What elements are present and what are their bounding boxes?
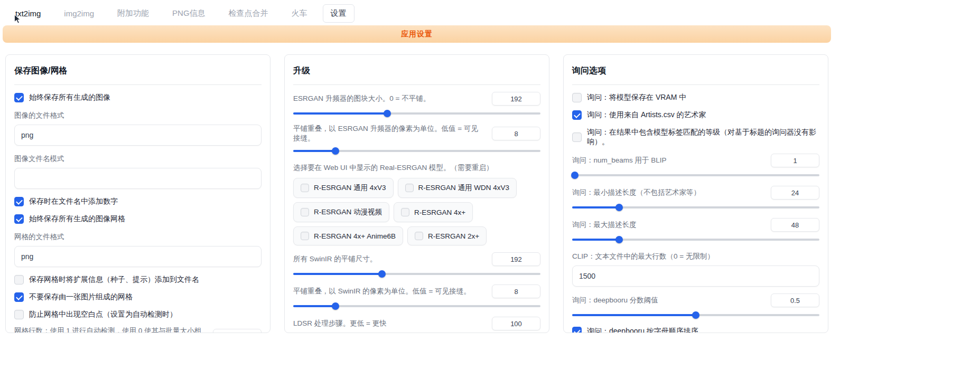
r-esrgan-2x-plus-label: R-ESRGAN 2x+ [428, 232, 479, 240]
swinir-tile-size-value[interactable]: 192 [492, 252, 540, 266]
prevent-grid-empty-spots-checkbox[interactable]: 防止网格中出现空白点（设置为自动检测时） [14, 310, 262, 319]
checkbox-checked-icon[interactable] [14, 93, 24, 102]
slider-fill [293, 273, 382, 275]
ldsr-steps-label: LDSR 处理步骤。更低 = 更快 [293, 319, 484, 328]
slider-handle[interactable] [571, 172, 578, 179]
esrgan-tile-overlap-value[interactable]: 8 [492, 127, 540, 140]
interrogate-num-beams-blip-slider[interactable] [572, 172, 819, 179]
realesrgan-models-label: 选择要在 Web UI 中显示的 Real-ESRGAN 模型。（需要重启） [293, 163, 540, 173]
r-esrgan-anime-video-checkbox[interactable]: R-ESRGAN 动漫视频 [293, 202, 389, 222]
swinir-tile-overlap-label: 平铺重叠，以 SwinIR 的像素为单位。低值 = 可见接缝。 [293, 287, 484, 296]
checkbox-checked-icon[interactable] [572, 110, 582, 120]
tab-train[interactable]: 火车 [284, 4, 315, 23]
prevent-grid-empty-spots-label: 防止网格中出现空白点（设置为自动检测时） [29, 310, 177, 319]
interrogate-include-ranks-label: 询问：在结果中包含模型标签匹配的等级（对基于标题的询问器没有影响）。 [587, 128, 819, 147]
slider-handle[interactable] [615, 236, 623, 243]
swinir-tile-overlap-value[interactable]: 8 [492, 284, 540, 298]
r-esrgan-2x-plus-checkbox[interactable]: R-ESRGAN 2x+ [407, 226, 487, 245]
realesrgan-models-group: R-ESRGAN 通用 4xV3R-ESRGAN 通用 WDN 4xV3R-ES… [293, 178, 540, 245]
checkbox-checked-icon[interactable] [14, 214, 24, 224]
interrogate-include-ranks-checkbox[interactable]: 询问：在结果中包含模型标签匹配的等级（对基于标题的询问器没有影响）。 [572, 128, 819, 147]
r-esrgan-4x-plus-checkbox[interactable]: R-ESRGAN 4x+ [394, 202, 473, 222]
swinir-tile-overlap-row: 平铺重叠，以 SwinIR 的像素为单位。低值 = 可见接缝。8 [293, 284, 540, 298]
deepbooru-score-threshold-row: 询问：deepbooru 分数阈值0.5 [572, 293, 819, 307]
deepbooru-score-threshold-value[interactable]: 0.5 [771, 293, 819, 307]
r-esrgan-general-4xv3-checkbox[interactable]: R-ESRGAN 通用 4xV3 [293, 178, 394, 198]
slider-track [572, 174, 819, 176]
no-single-image-grid-label: 不要保存由一张图片组成的网格 [29, 292, 133, 302]
slider-handle[interactable] [692, 311, 699, 319]
settings-panels: 保存图像/网格始终保存所有生成的图像图像的文件格式图像文件名模式保存时在文件名中… [0, 43, 834, 333]
interrogate-keep-models-in-vram-checkbox[interactable]: 询问：将模型保存在 VRAM 中 [572, 93, 819, 102]
clip-max-lines-input[interactable] [572, 265, 819, 287]
interrogate-num-beams-blip-row: 询问：num_beams 用于 BLIP1 [572, 154, 819, 167]
r-esrgan-general-wdn-4xv3-checkbox[interactable]: R-ESRGAN 通用 WDN 4xV3 [398, 178, 517, 198]
interrogate-num-beams-blip-value[interactable]: 1 [771, 154, 819, 167]
slider-fill [572, 239, 619, 241]
swinir-tile-size-slider[interactable] [293, 270, 540, 278]
slider-fill [572, 314, 696, 316]
interrogate-min-description-length-value[interactable]: 24 [771, 186, 819, 200]
interrogate-use-artists-csv-checkbox[interactable]: 询问：使用来自 Artists.csv 的艺术家 [572, 110, 819, 120]
grid-extended-info-filename-checkbox[interactable]: 保存网格时将扩展信息（种子、提示）添加到文件名 [14, 275, 262, 284]
checkbox-unchecked-icon[interactable] [14, 310, 24, 319]
no-single-image-grid-checkbox[interactable]: 不要保存由一张图片组成的网格 [14, 292, 262, 302]
panel-title-upscaling: 升级 [293, 62, 540, 85]
r-esrgan-general-wdn-4xv3-label: R-ESRGAN 通用 WDN 4xV3 [418, 183, 510, 193]
swinir-tile-overlap-slider[interactable] [293, 302, 540, 310]
save-all-generated-images-checkbox[interactable]: 始终保存所有生成的图像 [14, 93, 262, 102]
checkbox-unchecked-icon[interactable] [301, 184, 309, 192]
panel-upscaling: 升级ESRGAN 升频器的图块大小。0 = 不平铺。192平铺重叠，以 ESRG… [284, 54, 549, 333]
mouse-cursor-icon [14, 14, 21, 24]
add-number-to-filename-checkbox[interactable]: 保存时在文件名中添加数字 [14, 197, 262, 206]
image-file-format-input[interactable] [14, 125, 262, 146]
deepbooru-sort-alphabetically-label: 询问：deepbooru 按字母顺序排序 [587, 327, 698, 333]
checkbox-unchecked-icon[interactable] [401, 208, 409, 216]
slider-fill [293, 112, 387, 115]
esrgan-tile-overlap-slider[interactable] [293, 147, 540, 155]
interrogate-min-description-length-slider[interactable] [572, 204, 819, 211]
interrogate-max-description-length-value[interactable]: 48 [771, 218, 819, 232]
slider-handle[interactable] [378, 270, 386, 278]
checkbox-checked-icon[interactable] [14, 292, 24, 302]
esrgan-tile-size-label: ESRGAN 升频器的图块大小。0 = 不平铺。 [293, 94, 484, 103]
tab-checkpoint-merger[interactable]: 检查点合并 [221, 4, 276, 23]
esrgan-tile-size-slider[interactable] [293, 110, 540, 117]
interrogate-max-description-length-row: 询问：最大描述长度48 [572, 218, 819, 232]
panel-interrogate-options: 询问选项询问：将模型保存在 VRAM 中询问：使用来自 Artists.csv … [563, 54, 828, 333]
grid-row-count-value[interactable]: -1 [213, 329, 262, 333]
tab-png-info[interactable]: PNG信息 [164, 4, 213, 23]
image-filename-pattern-input[interactable] [14, 168, 262, 189]
slider-handle[interactable] [332, 147, 339, 155]
checkbox-unchecked-icon[interactable] [301, 208, 309, 216]
grid-file-format-input[interactable] [14, 246, 262, 267]
image-file-format-label: 图像的文件格式 [14, 111, 262, 120]
interrogate-min-description-length-label: 询问：最小描述长度（不包括艺术家等） [572, 188, 763, 197]
checkbox-unchecked-icon[interactable] [572, 93, 582, 102]
apply-settings-button[interactable]: 应用设置 [3, 25, 831, 43]
deepbooru-score-threshold-slider[interactable] [572, 311, 819, 319]
checkbox-unchecked-icon[interactable] [405, 184, 414, 192]
checkbox-unchecked-icon[interactable] [415, 232, 423, 240]
checkbox-checked-icon[interactable] [572, 327, 582, 333]
esrgan-tile-size-value[interactable]: 192 [492, 92, 540, 106]
content-area: 应用设置 保存图像/网格始终保存所有生成的图像图像的文件格式图像文件名模式保存时… [0, 25, 834, 333]
interrogate-max-description-length-slider[interactable] [572, 236, 819, 243]
grid-file-format-label: 网格的文件格式 [14, 232, 262, 242]
checkbox-unchecked-icon[interactable] [301, 232, 309, 240]
ldsr-steps-value[interactable]: 100 [492, 317, 540, 330]
checkbox-unchecked-icon[interactable] [572, 132, 582, 142]
tab-settings[interactable]: 设置 [323, 4, 354, 23]
checkbox-unchecked-icon[interactable] [14, 275, 24, 284]
checkbox-checked-icon[interactable] [14, 197, 24, 206]
panel-title-save-images-grids: 保存图像/网格 [14, 62, 262, 85]
deepbooru-sort-alphabetically-checkbox[interactable]: 询问：deepbooru 按字母顺序排序 [572, 327, 819, 333]
slider-handle[interactable] [384, 110, 391, 117]
slider-handle[interactable] [615, 204, 623, 211]
save-all-generated-grids-checkbox[interactable]: 始终保存所有生成的图像网格 [14, 214, 262, 224]
grid-extended-info-filename-label: 保存网格时将扩展信息（种子、提示）添加到文件名 [29, 275, 199, 284]
slider-handle[interactable] [332, 302, 339, 310]
tab-extras[interactable]: 附加功能 [109, 4, 157, 23]
tab-img2img[interactable]: img2img [56, 5, 102, 22]
r-esrgan-4x-plus-anime6b-checkbox[interactable]: R-ESRGAN 4x+ Anime6B [293, 226, 403, 245]
